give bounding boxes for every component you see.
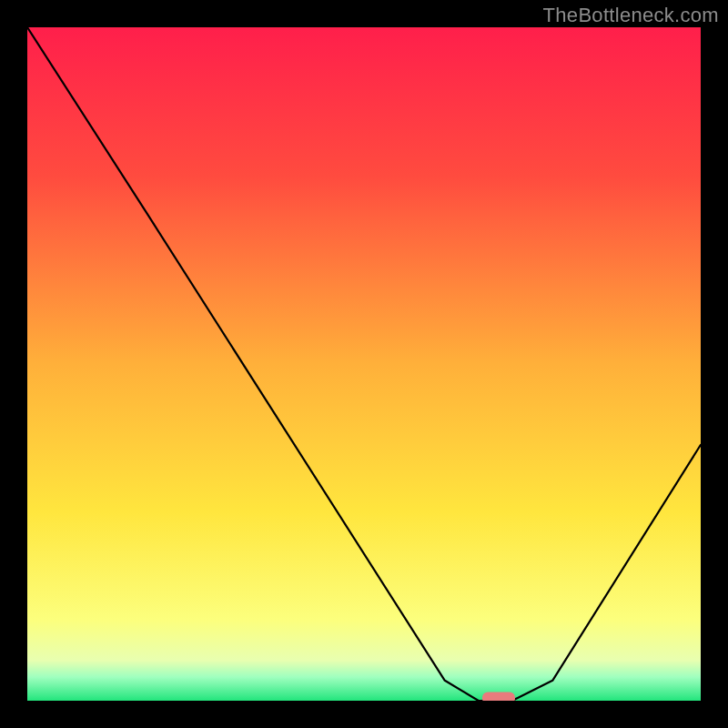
watermark-text: TheBottleneck.com	[543, 4, 719, 27]
bottleneck-plot	[27, 27, 701, 701]
optimal-marker	[482, 693, 515, 702]
plot-background	[27, 27, 701, 701]
chart-frame: TheBottleneck.com	[0, 0, 728, 728]
